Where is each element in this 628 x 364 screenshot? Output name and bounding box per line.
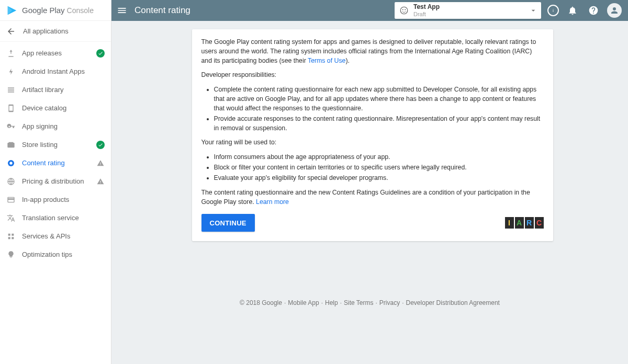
footer-link[interactable]: Mobile App bbox=[288, 299, 319, 306]
services-icon bbox=[6, 232, 16, 241]
info-icon bbox=[550, 7, 556, 14]
bell-icon bbox=[567, 5, 578, 16]
outro-text: The content rating questionnaire and the… bbox=[201, 188, 544, 207]
nav-instant-apps[interactable]: Android Instant Apps bbox=[0, 62, 111, 81]
nav-label: In-app products bbox=[22, 196, 69, 203]
store-icon bbox=[6, 140, 16, 150]
info-button[interactable] bbox=[547, 5, 559, 16]
user-avatar[interactable] bbox=[607, 3, 622, 18]
iarc-logo: I A R C bbox=[505, 217, 544, 229]
svg-point-6 bbox=[405, 9, 406, 10]
iarc-letter: R bbox=[525, 217, 534, 229]
nav-in-app-products[interactable]: In-app products bbox=[0, 190, 111, 209]
iarc-letter: I bbox=[505, 217, 514, 229]
app-selector[interactable]: Test App Draft bbox=[395, 2, 541, 19]
copyright-text: © 2018 Google bbox=[240, 299, 282, 306]
globe-icon bbox=[6, 177, 16, 186]
key-icon bbox=[6, 122, 16, 131]
app-status: Draft bbox=[413, 11, 440, 17]
svg-point-5 bbox=[402, 9, 403, 10]
svg-point-3 bbox=[9, 162, 12, 164]
nav-content-rating[interactable]: Content rating bbox=[0, 154, 111, 172]
nav-label: Services & APIs bbox=[22, 232, 70, 240]
footer-link[interactable]: Site Terms bbox=[344, 299, 373, 306]
iarc-letter: A bbox=[515, 217, 524, 229]
all-applications-link[interactable]: All applications bbox=[0, 21, 111, 42]
list-item: Evaluate your app's eligibility for spec… bbox=[214, 174, 544, 183]
arrow-back-icon bbox=[6, 27, 16, 36]
use-title: Your rating will be used to: bbox=[201, 138, 544, 147]
intro-text: The Google Play content rating system fo… bbox=[201, 38, 544, 65]
nav-label: Pricing & distribution bbox=[22, 177, 84, 185]
list-item: Provide accurate responses to the conten… bbox=[214, 115, 544, 133]
nav-app-releases[interactable]: App releases bbox=[0, 44, 111, 62]
footer-link[interactable]: Privacy bbox=[379, 299, 400, 306]
brand-text: Google Play Console bbox=[22, 6, 94, 15]
nav-label: Android Instant Apps bbox=[22, 67, 85, 75]
use-list: Inform consumers about the age appropria… bbox=[201, 153, 544, 183]
nav-label: Translation service bbox=[22, 214, 79, 222]
footer-link[interactable]: Help bbox=[325, 299, 338, 306]
notifications-button[interactable] bbox=[565, 3, 580, 18]
status-check-icon bbox=[96, 49, 105, 58]
nav-label: Device catalog bbox=[22, 104, 66, 112]
nav-optimization[interactable]: Optimization tips bbox=[0, 245, 111, 264]
library-icon bbox=[6, 85, 16, 95]
nav-pricing[interactable]: Pricing & distribution bbox=[0, 172, 111, 190]
translate-icon bbox=[6, 213, 16, 223]
nav-services[interactable]: Services & APIs bbox=[0, 227, 111, 245]
devices-icon bbox=[6, 104, 16, 113]
header: Content rating Test App Draft bbox=[111, 0, 628, 21]
svg-point-4 bbox=[400, 7, 408, 14]
page-footer: © 2018 Google·Mobile App·Help·Site Terms… bbox=[111, 299, 628, 364]
page-title: Content rating bbox=[134, 5, 190, 16]
status-warning-icon bbox=[96, 177, 105, 186]
lightbulb-icon bbox=[6, 250, 16, 259]
iarc-letter: C bbox=[535, 217, 544, 229]
all-applications-label: All applications bbox=[23, 27, 69, 35]
side-nav: App releases Android Instant Apps Artifa… bbox=[0, 42, 111, 264]
avatar-icon bbox=[610, 6, 619, 15]
releases-icon bbox=[6, 49, 16, 58]
continue-button[interactable]: CONTINUE bbox=[201, 214, 255, 232]
nav-store-listing[interactable]: Store listing bbox=[0, 135, 111, 154]
card-icon bbox=[6, 195, 16, 204]
nav-label: App signing bbox=[22, 122, 58, 130]
brand[interactable]: Google Play Console bbox=[0, 0, 111, 21]
footer-link[interactable]: Developer Distribution Agreement bbox=[406, 299, 500, 306]
content-rating-card: The Google Play content rating system fo… bbox=[192, 29, 553, 241]
nav-device-catalog[interactable]: Device catalog bbox=[0, 99, 111, 117]
instant-apps-icon bbox=[6, 67, 16, 76]
help-icon bbox=[588, 5, 599, 16]
nav-label: Optimization tips bbox=[22, 251, 72, 258]
hamburger-icon bbox=[117, 5, 127, 16]
nav-label: Store listing bbox=[22, 141, 58, 149]
menu-button[interactable] bbox=[116, 4, 128, 17]
status-warning-icon bbox=[96, 159, 105, 167]
rating-icon bbox=[6, 158, 16, 168]
terms-of-use-link[interactable]: Terms of Use bbox=[308, 57, 345, 64]
play-logo-icon bbox=[6, 5, 18, 16]
nav-app-signing[interactable]: App signing bbox=[0, 117, 111, 135]
content-area: The Google Play content rating system fo… bbox=[111, 21, 628, 364]
responsibilities-title: Developer responsibilities: bbox=[201, 71, 544, 80]
nav-translation[interactable]: Translation service bbox=[0, 209, 111, 227]
nav-label: Content rating bbox=[22, 159, 65, 167]
app-name: Test App bbox=[413, 4, 440, 10]
sidebar: Google Play Console All applications App… bbox=[0, 0, 111, 364]
nav-artifact-library[interactable]: Artifact library bbox=[0, 81, 111, 99]
list-item: Block or filter your content in certain … bbox=[214, 163, 544, 173]
status-check-icon bbox=[96, 141, 105, 149]
learn-more-link[interactable]: Learn more bbox=[256, 198, 289, 206]
dropdown-icon bbox=[529, 6, 538, 15]
android-icon bbox=[399, 5, 409, 16]
list-item: Complete the content rating questionnair… bbox=[214, 85, 544, 113]
help-button[interactable] bbox=[586, 3, 601, 18]
nav-label: App releases bbox=[22, 49, 62, 57]
responsibilities-list: Complete the content rating questionnair… bbox=[201, 85, 544, 133]
list-item: Inform consumers about the age appropria… bbox=[214, 153, 544, 162]
nav-label: Artifact library bbox=[22, 86, 63, 94]
main: Content rating Test App Draft The Goog bbox=[111, 0, 628, 364]
